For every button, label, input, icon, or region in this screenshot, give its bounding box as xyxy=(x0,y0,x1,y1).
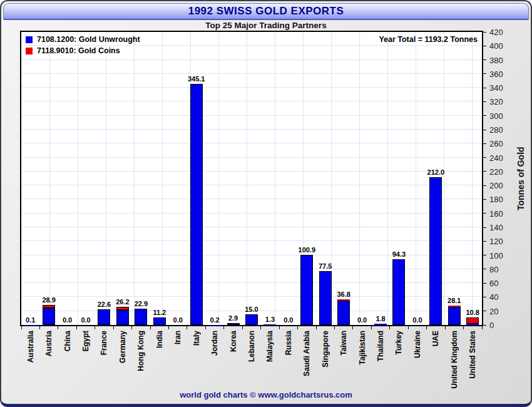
x-axis-label: Austria xyxy=(45,331,53,356)
bar-segment-unwrought xyxy=(466,324,479,325)
bar-group-ukraine: 0.0 xyxy=(408,32,426,325)
bar-segment-unwrought xyxy=(135,309,147,325)
y-tick xyxy=(483,199,486,200)
x-axis-label: Korea xyxy=(230,331,237,352)
bar-value-label: 0.1 xyxy=(26,317,35,324)
x-label-slot: Thailand xyxy=(371,331,389,393)
x-label-slot: Turkey xyxy=(390,331,408,393)
bar-value-label: 77.5 xyxy=(319,263,332,270)
y-tick-label: 0 xyxy=(489,321,494,329)
chart-subtitle: Top 25 Major Trading Partners xyxy=(1,21,531,31)
bar-segment-unwrought xyxy=(153,317,166,325)
bar-group-france: 22.6 xyxy=(95,32,113,325)
x-tick xyxy=(260,326,261,329)
plot-area: 0.128.90.00.022.626.222.911.20.0345.10.2… xyxy=(20,31,483,326)
y-tick xyxy=(483,171,486,172)
x-label-slot: United States xyxy=(464,331,482,393)
x-tick xyxy=(297,326,298,329)
y-tick-label: 20 xyxy=(489,307,498,316)
x-label-slot: Saudi Arabia xyxy=(298,331,316,393)
bar-group-russia: 0.0 xyxy=(279,32,297,325)
bar-group-china: 0.0 xyxy=(58,32,76,325)
y-tick-label: 140 xyxy=(489,224,503,232)
bar-group-egypt: 0.0 xyxy=(76,32,95,325)
x-label-slot: Lebanon xyxy=(242,331,260,393)
x-label-slot: Malaysia xyxy=(261,331,279,393)
x-tick xyxy=(352,326,353,329)
bar-group-thailand: 1.8 xyxy=(371,32,389,325)
y-tick-label: 340 xyxy=(489,84,503,92)
y-tick xyxy=(483,241,486,242)
x-axis-label: United Kingdom xyxy=(451,331,458,389)
bar-segment-unwrought xyxy=(263,324,276,325)
x-axis-label: Russia xyxy=(285,331,292,355)
y-tick xyxy=(483,88,486,88)
y-tick xyxy=(483,115,486,116)
x-label-slot: Ukraine xyxy=(408,331,426,393)
x-label-slot: United Kingdom xyxy=(445,331,463,393)
chart-title: 1992 SWISS GOLD EXPORTS xyxy=(188,5,344,17)
bar-group-india: 11.2 xyxy=(150,32,168,325)
x-axis-label: China xyxy=(64,331,71,351)
bar-value-label: 0.0 xyxy=(81,317,90,324)
x-tick xyxy=(242,326,243,329)
y-tick-label: 240 xyxy=(489,154,503,162)
bar-segment-unwrought xyxy=(227,323,240,325)
y-tick-label: 380 xyxy=(489,56,503,64)
x-label-slot: Austria xyxy=(39,331,58,393)
bar-value-label: 22.9 xyxy=(135,301,148,307)
y-tick xyxy=(483,101,486,102)
bar-group-iran: 0.0 xyxy=(169,32,187,325)
bar-value-label: 11.2 xyxy=(153,309,166,316)
bar-group-united-states: 10.8 xyxy=(464,32,482,325)
y-tick-label: 260 xyxy=(489,140,503,148)
bar-value-label: 28.1 xyxy=(448,297,461,304)
y-tick-label: 360 xyxy=(489,70,503,78)
bar-segment-unwrought xyxy=(300,255,313,325)
x-tick xyxy=(223,326,224,329)
bar-value-label: 1.8 xyxy=(376,316,385,322)
x-tick xyxy=(205,326,206,329)
legend-item-coins: 7118.9010: Gold Coins xyxy=(26,46,140,55)
bar-value-label: 10.8 xyxy=(466,309,479,316)
x-label-slot: Korea xyxy=(224,331,242,393)
x-label-slot: Tajikistan xyxy=(353,331,371,393)
x-label-slot: Jordan xyxy=(205,331,223,393)
bar-segment-unwrought xyxy=(374,324,387,325)
x-axis-label: Jordan xyxy=(211,331,218,356)
x-axis-ticks xyxy=(21,326,482,330)
y-tick xyxy=(483,143,486,144)
bar-group-taiwan: 36.8 xyxy=(334,32,352,325)
bar-value-label: 0.2 xyxy=(210,317,219,324)
bar-value-label: 0.0 xyxy=(63,317,72,324)
x-tick xyxy=(426,326,427,329)
bar-group-singapore: 77.5 xyxy=(316,32,334,325)
x-tick xyxy=(168,326,169,329)
y-tick-label: 320 xyxy=(489,98,503,106)
bar-group-germany: 26.2 xyxy=(113,32,131,325)
x-tick xyxy=(58,326,58,329)
bar-value-label: 0.0 xyxy=(357,317,367,324)
bar-group-united-kingdom: 28.1 xyxy=(445,32,463,325)
x-axis-label: Malaysia xyxy=(266,331,274,362)
x-axis-label: Italy xyxy=(193,331,200,346)
x-axis-label: Saudi Arabia xyxy=(303,331,310,376)
bars-container: 0.128.90.00.022.626.222.911.20.0345.10.2… xyxy=(21,32,482,325)
x-label-slot: Taiwan xyxy=(334,331,352,393)
x-axis-label: Ukraine xyxy=(414,331,421,358)
x-label-slot: Hong Kong xyxy=(132,331,150,393)
legend-label-unwrought: 7108.1200: Gold Unwrought xyxy=(37,35,140,44)
bar-value-label: 36.8 xyxy=(337,291,350,298)
bar-group-uae: 212.0 xyxy=(427,32,445,325)
x-tick xyxy=(113,326,114,329)
bar-value-label: 0.0 xyxy=(412,317,422,324)
y-tick-label: 160 xyxy=(489,210,503,218)
x-axis-label: Lebanon xyxy=(248,331,255,362)
bar-group-lebanon: 15.0 xyxy=(242,32,260,325)
bar-value-label: 0.0 xyxy=(284,317,293,324)
year-total-note: Year Total = 1193.2 Tonnes xyxy=(379,35,478,44)
x-axis-label: Iran xyxy=(174,331,182,344)
x-axis-label: Germany xyxy=(119,331,126,363)
x-tick xyxy=(21,326,22,329)
x-label-slot: Singapore xyxy=(316,331,334,393)
